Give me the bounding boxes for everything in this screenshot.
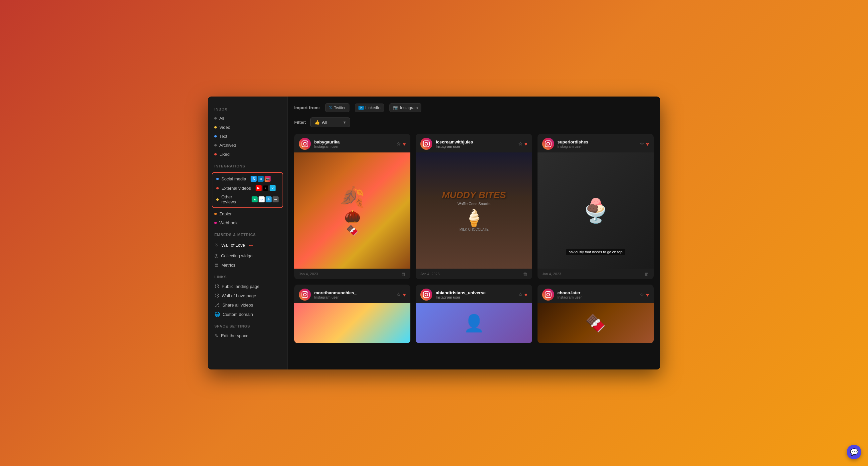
sidebar-item-archived-label: Archived	[219, 143, 236, 148]
sidebar-item-public-landing[interactable]: ⛓ Public landing page	[208, 282, 287, 291]
choco-content: 🍫	[537, 303, 654, 343]
sidebar-item-share-videos[interactable]: ⎇ Share all videos	[208, 300, 287, 310]
star-button-5[interactable]: ☆	[518, 291, 523, 298]
chevron-down-icon: ▾	[343, 120, 346, 125]
card-userinfo-5: abiandtristans_universe Instagram user	[436, 290, 486, 299]
pinecone-emoji: 🌰	[340, 209, 365, 224]
sidebar-item-wall-of-love-page[interactable]: ⛓ Wall of Love page	[208, 291, 287, 300]
card-usertype-2: Instagram user	[436, 145, 473, 149]
card-userinfo-4: morethanmunchies_ Instagram user	[314, 290, 356, 299]
sidebar-item-social-label: Social media	[221, 177, 246, 181]
card-footer-2: Jan 4, 2023 🗑	[416, 269, 532, 279]
sidebar-item-social-media[interactable]: Social media 𝕏 in 📷	[212, 174, 283, 183]
heart-button-3[interactable]: ♥	[646, 141, 649, 147]
google-icon: G	[258, 196, 265, 203]
heart-button-4[interactable]: ♥	[403, 292, 406, 298]
milk-choc-text: MILK CHOCOLATE	[442, 228, 506, 231]
dot-liked	[214, 153, 217, 155]
sidebar-item-share-label: Share all videos	[222, 303, 253, 308]
star-button-4[interactable]: ☆	[396, 291, 401, 298]
links-section-title: LINKS	[208, 270, 287, 282]
heart-button-1[interactable]: ♥	[403, 141, 406, 147]
linkedin-btn-label: LinkedIn	[366, 105, 380, 110]
card-header-3: superiordishes Instagram user ☆ ♥	[537, 134, 654, 152]
card-userinfo-1: babygaurika Instagram user	[314, 139, 340, 149]
sidebar-item-external-videos[interactable]: External videos ▶ ♪ V	[212, 183, 283, 193]
instagram-avatar-4	[299, 288, 311, 301]
delete-button-1[interactable]: 🗑	[401, 271, 406, 277]
card-image-4	[294, 303, 410, 343]
linkedin-import-btn[interactable]: in LinkedIn	[355, 103, 384, 112]
sidebar-item-custom-domain[interactable]: 🌐 Custom domain	[208, 310, 287, 319]
card-username-3: superiordishes	[557, 139, 588, 145]
instagram-svg-6	[545, 291, 552, 298]
sidebar-item-all[interactable]: All	[208, 114, 287, 123]
card-footer-1: Jan 4, 2023 🗑	[294, 269, 410, 279]
star-button-2[interactable]: ☆	[518, 141, 523, 147]
filter-label: Filter:	[294, 120, 306, 125]
card-actions-2: ☆ ♥	[518, 141, 528, 147]
bowl-emoji: 🍫	[340, 224, 365, 236]
card-actions-1: ☆ ♥	[396, 141, 406, 147]
linkedin-icon: in	[258, 176, 264, 182]
filter-emoji: 👍	[314, 120, 320, 125]
heart-button-2[interactable]: ♥	[525, 141, 528, 147]
app-window: INBOX All Video Text Archived Liked INTE…	[208, 96, 660, 370]
twitter-import-btn[interactable]: 𝕏 Twitter	[325, 103, 349, 112]
instagram-avatar-3	[542, 138, 554, 150]
card-header-4: morethanmunchies_ Instagram user ☆ ♥	[294, 285, 410, 303]
sidebar-item-archived[interactable]: Archived	[208, 141, 287, 150]
sidebar-item-collecting-widget[interactable]: ◎ Collecting widget	[208, 251, 287, 260]
filter-select[interactable]: 👍 All ▾	[310, 118, 350, 127]
sidebar-item-liked[interactable]: Liked	[208, 150, 287, 159]
dish-content: 🍨 obviously that needs to go on top	[537, 152, 654, 269]
wall-of-love-icon: ♡	[214, 243, 219, 248]
sidebar-item-zapier[interactable]: Zapier	[208, 209, 287, 218]
card-header-5: abiandtristans_universe Instagram user ☆…	[416, 285, 532, 303]
sidebar-item-other-reviews[interactable]: Other reviews ★ G ✈ ···	[212, 193, 283, 206]
card-usertype-4: Instagram user	[314, 295, 356, 299]
heart-button-5[interactable]: ♥	[525, 292, 528, 298]
dot-archived	[214, 144, 217, 147]
globe-icon: 🌐	[214, 312, 220, 317]
sidebar-item-wol-page-label: Wall of Love page	[222, 293, 256, 298]
autumn-content: 🍂 🌰 🍫	[340, 185, 365, 236]
sidebar: INBOX All Video Text Archived Liked INTE…	[208, 96, 287, 370]
star-button-1[interactable]: ☆	[396, 141, 401, 147]
instagram-svg-1	[302, 141, 308, 147]
sidebar-item-edit-space[interactable]: ✎ Edit the space	[208, 331, 287, 340]
star-button-3[interactable]: ☆	[640, 141, 644, 147]
collecting-widget-icon: ◎	[214, 253, 218, 258]
instagram-avatar-1	[299, 138, 311, 150]
chat-bubble[interactable]: 💬	[847, 445, 861, 459]
cards-grid: babygaurika Instagram user ☆ ♥ 🍂 🌰	[294, 134, 654, 343]
muddy-bites-text: MUDDY BITES	[442, 190, 506, 200]
delete-button-2[interactable]: 🗑	[523, 271, 528, 277]
vimeo-icon: V	[270, 185, 276, 191]
sidebar-item-webhook[interactable]: Webhook	[208, 218, 287, 227]
star-button-6[interactable]: ☆	[640, 291, 644, 298]
sidebar-item-webhook-label: Webhook	[219, 220, 238, 225]
sidebar-item-video[interactable]: Video	[208, 123, 287, 132]
card-babygaurika: babygaurika Instagram user ☆ ♥ 🍂 🌰	[294, 134, 410, 279]
card-username-5: abiandtristans_universe	[436, 290, 486, 295]
sidebar-item-wall-of-love[interactable]: ♡ Wall of Love ←	[208, 239, 287, 251]
sidebar-item-metrics[interactable]: ▤ Metrics	[208, 260, 287, 270]
import-label: Import from:	[294, 105, 320, 110]
instagram-import-btn[interactable]: 📷 Instagram	[390, 103, 421, 112]
sidebar-item-metrics-label: Metrics	[221, 262, 235, 268]
card-image-5: 👤	[416, 303, 532, 343]
instagram-svg-3	[545, 141, 552, 147]
card-date-3: Jan 4, 2023	[542, 272, 561, 276]
dot-text	[214, 135, 217, 137]
card-user-6: choco.later Instagram user	[542, 288, 582, 301]
instagram-svg-2	[423, 141, 430, 147]
link-icon-2: ⛓	[214, 293, 219, 298]
sidebar-item-text[interactable]: Text	[208, 132, 287, 141]
sidebar-item-wall-label: Wall of Love	[221, 243, 245, 248]
heart-button-6[interactable]: ♥	[646, 292, 649, 298]
dot-webhook	[214, 222, 217, 224]
card-user-4: morethanmunchies_ Instagram user	[299, 288, 356, 301]
integrations-section-title: INTEGRATIONS	[208, 159, 287, 171]
delete-button-3[interactable]: 🗑	[644, 271, 649, 277]
